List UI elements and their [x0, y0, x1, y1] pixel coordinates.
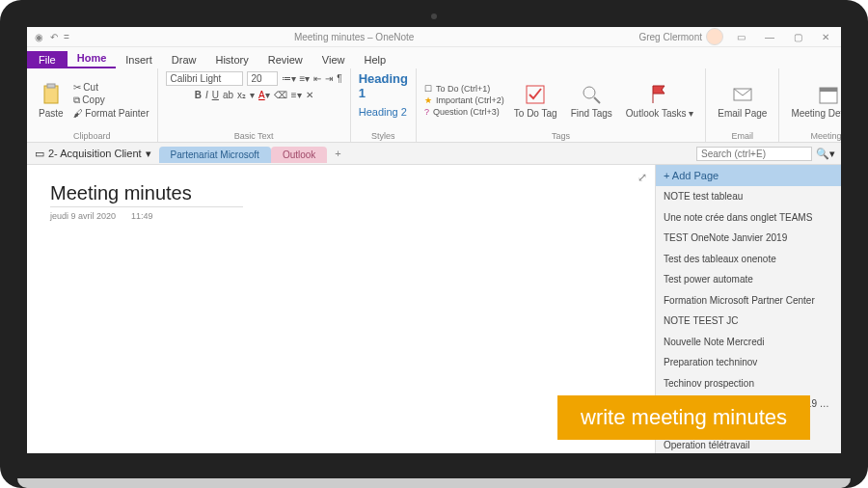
checkbox-icon [524, 83, 547, 106]
outlook-tasks-button[interactable]: Outlook Tasks ▾ [622, 81, 697, 121]
style-heading2[interactable]: Heading 2 [359, 106, 407, 118]
find-tags-button[interactable]: Find Tags [567, 81, 616, 121]
page-title[interactable]: Meeting minutes [50, 182, 243, 207]
svg-point-3 [583, 87, 595, 98]
tab-file[interactable]: File [27, 51, 68, 68]
notebook-bar: ▭ 2- Acquisition Client ▾ Partenariat Mi… [27, 143, 841, 165]
chevron-down-icon: ▾ [146, 148, 151, 160]
email-page-button[interactable]: Email Page [714, 81, 771, 121]
page-list-item[interactable]: Test power automate [656, 269, 841, 290]
ribbon-tabs: File Home Insert Draw History Review Vie… [27, 47, 841, 68]
section-tab-1[interactable]: Partenariat Microsoft [159, 147, 271, 163]
page-list-item[interactable]: Une note crée dans onglet TEAMS [656, 207, 841, 229]
erase-button[interactable]: ✕ [306, 90, 313, 100]
search-tag-icon [580, 83, 603, 106]
meeting-details-label: Meeting Details ▾ [791, 108, 841, 119]
laptop-camera [431, 14, 437, 19]
ribbon-options-icon[interactable]: ▭ [731, 32, 751, 42]
tab-history[interactable]: History [205, 51, 258, 68]
page-list-item[interactable]: Techinov prospection [656, 373, 841, 394]
autosave-icon: ◉ [35, 32, 44, 41]
page-list-item[interactable]: Test des tableaux onenote [656, 249, 841, 270]
font-color-button[interactable]: A▾ [258, 90, 270, 100]
align-button[interactable]: ≡▾ [291, 90, 302, 100]
add-page-button[interactable]: + Add Page [656, 165, 841, 186]
user-account[interactable]: Greg Clermont [638, 28, 723, 45]
laptop-base [17, 478, 851, 488]
svg-rect-7 [820, 88, 837, 92]
fullscreen-button[interactable]: ⤢ [637, 171, 647, 184]
flag-icon [648, 83, 671, 106]
meeting-details-button[interactable]: Meeting Details ▾ [787, 81, 841, 121]
indent-right-button[interactable]: ⇥ [325, 73, 333, 84]
group-font-label: Basic Text [166, 131, 342, 141]
tab-insert[interactable]: Insert [116, 51, 162, 68]
ribbon: Paste ✂ Cut ⧉ Copy 🖌 Format Painter Clip… [27, 68, 841, 143]
search-input[interactable] [696, 147, 812, 161]
search-icon[interactable]: 🔍▾ [816, 148, 835, 160]
tab-review[interactable]: Review [258, 51, 312, 68]
tab-help[interactable]: Help [354, 51, 395, 68]
page-list-item[interactable]: TEST OneNote Janvier 2019 [656, 228, 841, 249]
page-list-item[interactable]: Formation Microsoft Partner Center [656, 290, 841, 312]
section-tab-2[interactable]: Outlook [271, 147, 327, 163]
find-tags-label: Find Tags [571, 108, 612, 119]
tag-question[interactable]: ? Question (Ctrl+3) [424, 107, 504, 117]
page-list-item[interactable]: NOTE TEEST JC [656, 311, 841, 332]
svg-rect-0 [44, 86, 58, 103]
strike-button[interactable]: ab [223, 90, 233, 100]
numbering-button[interactable]: ≡▾ [300, 73, 311, 84]
group-meetings-label: Meetings [787, 131, 841, 141]
tab-view[interactable]: View [312, 51, 355, 68]
paste-button[interactable]: Paste [35, 81, 68, 121]
format-painter-button[interactable]: 🖌 Format Painter [73, 108, 149, 119]
undo-button[interactable]: ↶ [50, 32, 58, 42]
page-time: 11:49 [131, 211, 153, 221]
group-clipboard-label: Clipboard [35, 131, 149, 141]
font-size[interactable]: 20 [247, 71, 278, 86]
clear-format-button[interactable]: ⌫ [274, 90, 287, 100]
avatar [706, 28, 723, 45]
group-email-label: Email [714, 131, 771, 141]
font-name[interactable]: Calibri Light [166, 71, 243, 86]
tag-important[interactable]: ★ Important (Ctrl+2) [424, 95, 504, 105]
page-list-item[interactable]: Nouvelle Note Mercredi [656, 332, 841, 353]
notebook-picker[interactable]: ▭ 2- Acquisition Client ▾ [27, 148, 159, 160]
envelope-icon [731, 83, 754, 106]
clipboard-icon [40, 83, 63, 106]
tag-todo[interactable]: ☐ To Do (Ctrl+1) [424, 84, 504, 94]
notebook-icon: ▭ [35, 148, 44, 160]
copy-button[interactable]: ⧉ Copy [73, 95, 149, 106]
todo-tag-label: To Do Tag [514, 108, 557, 119]
paragraph-align-button[interactable]: ¶ [337, 73, 341, 84]
bold-button[interactable]: B [195, 90, 202, 100]
indent-left-button[interactable]: ⇤ [313, 73, 321, 84]
bullets-button[interactable]: ≔▾ [282, 73, 296, 84]
underline-button[interactable]: U [212, 90, 219, 100]
page-list-item[interactable]: Preparation techninov [656, 352, 841, 373]
group-styles-label: Styles [359, 131, 408, 141]
calendar-icon [817, 83, 840, 106]
window-title: Meeting minutes – OneNote [69, 32, 639, 42]
caption-banner: write meeting minutes [557, 395, 810, 440]
titlebar: ◉ ↶ = Meeting minutes – OneNote Greg Cle… [27, 27, 841, 47]
notebook-name: 2- Acquisition Client [48, 148, 142, 159]
email-page-label: Email Page [718, 108, 767, 119]
tab-draw[interactable]: Draw [162, 51, 206, 68]
paste-label: Paste [39, 108, 64, 119]
subscript-button[interactable]: x₂ [237, 90, 246, 100]
minimize-button[interactable]: — [759, 32, 780, 42]
maximize-button[interactable]: ▢ [788, 32, 808, 42]
cut-button[interactable]: ✂ Cut [73, 82, 149, 93]
add-section-button[interactable]: + [327, 145, 348, 162]
svg-rect-1 [47, 84, 55, 88]
highlight-button[interactable]: ▾ [250, 90, 255, 100]
style-heading1[interactable]: Heading 1 [359, 71, 408, 100]
tab-home[interactable]: Home [68, 49, 117, 68]
todo-tag-button[interactable]: To Do Tag [510, 81, 561, 121]
user-name: Greg Clermont [638, 32, 702, 42]
svg-line-4 [594, 97, 600, 103]
page-list-item[interactable]: NOTE test tableau [656, 186, 841, 207]
italic-button[interactable]: I [205, 90, 208, 100]
close-button[interactable]: ✕ [816, 32, 835, 42]
